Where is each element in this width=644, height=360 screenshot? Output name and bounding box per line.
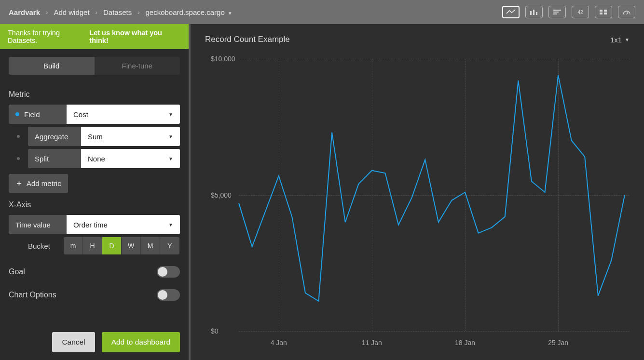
chart-options-row: Chart Options: [9, 289, 180, 301]
aggregate-select[interactable]: Sum▼: [81, 127, 180, 146]
series-color-dot: [15, 112, 19, 116]
goal-label: Goal: [9, 267, 25, 276]
cancel-button[interactable]: Cancel: [52, 332, 95, 352]
caret-down-icon: ▼: [228, 11, 233, 16]
tree-node-icon: [9, 149, 28, 168]
plus-icon: ＋: [15, 179, 23, 188]
field-row: Field Cost▼: [9, 105, 180, 124]
chevron-right-icon: ›: [96, 9, 97, 16]
section-xaxis: X-Axis: [9, 200, 180, 209]
split-select[interactable]: None▼: [81, 149, 180, 168]
sidebar: Thanks for trying Datasets. Let us know …: [0, 24, 191, 360]
caret-down-icon: ▼: [168, 134, 173, 139]
size-selector[interactable]: 1x1 ▼: [610, 36, 630, 44]
chart-type-icons: 42: [502, 6, 635, 18]
chevron-right-icon: ›: [46, 9, 48, 16]
tree-node-icon: [9, 127, 28, 146]
main: Thanks for trying Datasets. Let us know …: [0, 24, 644, 360]
feedback-banner[interactable]: Thanks for trying Datasets. Let us know …: [0, 24, 189, 49]
add-to-dashboard-button[interactable]: Add to dashboard: [102, 332, 180, 352]
config-tabs: Build Fine-tune: [9, 57, 180, 75]
banner-link[interactable]: Let us know what you think!: [89, 29, 181, 44]
section-metric: Metric: [9, 90, 180, 99]
caret-down-icon: ▼: [168, 112, 173, 117]
table-icon[interactable]: [595, 6, 612, 18]
field-select[interactable]: Cost▼: [67, 105, 180, 124]
svg-rect-5: [553, 13, 557, 14]
bucket-label: Bucket: [28, 242, 57, 250]
topbar: Aardvark › Add widget › Datasets › gecko…: [0, 0, 644, 24]
time-value-row: Time value Order time▼: [9, 215, 180, 234]
chart-title: Record Count Example: [205, 35, 290, 44]
bucket-year[interactable]: Y: [160, 237, 179, 254]
svg-rect-2: [536, 12, 537, 15]
goal-row: Goal: [9, 266, 180, 278]
sidebar-footer: Cancel Add to dashboard: [0, 324, 189, 360]
chevron-right-icon: ›: [137, 9, 139, 16]
tab-build[interactable]: Build: [9, 57, 95, 75]
gauge-icon[interactable]: [618, 6, 635, 18]
tab-finetune[interactable]: Fine-tune: [95, 57, 180, 75]
bar-chart-icon[interactable]: [525, 6, 543, 18]
banner-text: Thanks for trying Datasets.: [8, 29, 89, 44]
svg-rect-4: [553, 12, 559, 13]
add-metric-button[interactable]: ＋ Add metric: [9, 174, 68, 193]
chart: $0$5,000$10,0004 Jan11 Jan18 Jan25 Jan: [205, 49, 630, 349]
svg-rect-9: [604, 13, 607, 14]
leaderboard-icon[interactable]: [548, 6, 566, 18]
field-label: Field: [9, 105, 67, 124]
line-chart-icon[interactable]: [502, 6, 520, 18]
split-label: Split: [28, 149, 81, 168]
breadcrumb: Aardvark › Add widget › Datasets › gecko…: [9, 8, 233, 16]
svg-rect-0: [530, 11, 532, 15]
chart-options-label: Chart Options: [9, 291, 56, 299]
chart-line: [239, 75, 625, 301]
svg-line-10: [627, 12, 628, 14]
svg-rect-7: [604, 10, 607, 12]
goal-toggle[interactable]: [157, 266, 180, 278]
bucket-buttons: m H D W M Y: [64, 237, 179, 254]
bucket-day[interactable]: D: [102, 237, 122, 254]
bucket-minute[interactable]: m: [64, 237, 83, 254]
bucket-hour[interactable]: H: [83, 237, 102, 254]
breadcrumb-current[interactable]: geckoboard.space.cargo▼: [146, 8, 233, 16]
caret-down-icon: ▼: [168, 156, 173, 161]
config-panel: Metric Field Cost▼ Aggregate Sum▼: [0, 80, 189, 324]
bucket-week[interactable]: W: [122, 237, 141, 254]
breadcrumb-root[interactable]: Aardvark: [9, 8, 40, 16]
split-row: Split None▼: [9, 149, 180, 168]
preview-panel: Record Count Example 1x1 ▼ $0$5,000$10,0…: [191, 24, 644, 360]
aggregate-label: Aggregate: [28, 127, 81, 146]
number-icon[interactable]: 42: [572, 6, 589, 18]
svg-rect-8: [600, 13, 603, 14]
svg-rect-6: [600, 10, 603, 12]
svg-rect-1: [533, 10, 534, 15]
time-value-label: Time value: [9, 215, 67, 234]
aggregate-row: Aggregate Sum▼: [9, 127, 180, 146]
caret-down-icon: ▼: [168, 222, 173, 227]
bucket-row: Bucket m H D W M Y: [28, 237, 180, 254]
breadcrumb-datasets[interactable]: Datasets: [103, 8, 132, 16]
bucket-month[interactable]: M: [141, 237, 160, 254]
svg-rect-3: [553, 10, 561, 11]
time-value-select[interactable]: Order time▼: [67, 215, 180, 234]
caret-down-icon: ▼: [625, 37, 630, 42]
chart-options-toggle[interactable]: [157, 289, 180, 301]
preview-header: Record Count Example 1x1 ▼: [205, 35, 630, 44]
breadcrumb-add-widget[interactable]: Add widget: [54, 8, 89, 16]
